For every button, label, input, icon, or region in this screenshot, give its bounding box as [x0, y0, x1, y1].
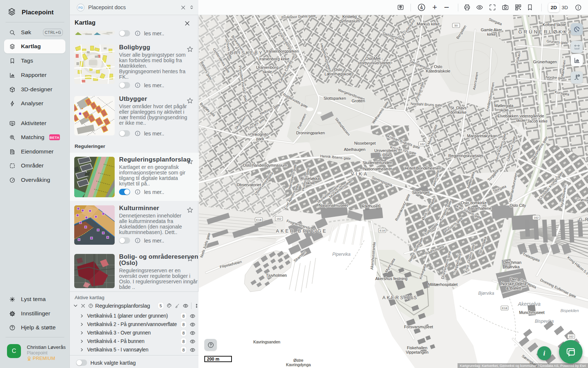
svg-text:Hotell Bondeheimen: Hotell Bondeheimen [405, 166, 441, 170]
svg-text:Kavringsanden: Kavringsanden [253, 340, 280, 344]
svg-text:Jacob kirke: Jacob kirke [527, 119, 548, 123]
svg-text:Oslo City: Oslo City [510, 203, 526, 208]
svg-text:FiskehallenVippetangen: FiskehallenVippetangen [406, 346, 429, 354]
svg-text:Bispevika: Bispevika [535, 319, 554, 324]
svg-text:Stortinget: Stortinget [412, 190, 429, 195]
svg-text:Margaretakyrkan: Margaretakyrkan [467, 134, 498, 138]
svg-text:Bispekilen: Bispekilen [560, 308, 579, 313]
svg-text:VIKA: VIKA [351, 171, 369, 177]
svg-text:Oslo handelsgymnasium: Oslo handelsgymnasium [243, 163, 287, 167]
svg-text:GRÜNERLØKKA: GRÜNERLØKKA [518, 29, 573, 35]
svg-text:E18: E18 [256, 218, 262, 222]
svg-text:Bjørvika: Bjørvika [478, 291, 494, 296]
svg-text:N: N [420, 6, 423, 10]
svg-text:Studenterlunden: Studenterlunden [363, 160, 392, 165]
svg-text:Markus kirke: Markus kirke [417, 22, 440, 26]
svg-text:Kofoed skole: Kofoed skole [542, 22, 566, 27]
svg-text:Munchmuseet: Munchmuseet [519, 310, 544, 315]
svg-text:Uranienborgparken: Uranienborgparken [264, 49, 299, 53]
svg-text:Akershus festning: Akershus festning [375, 276, 407, 281]
svg-text:Oslo domkirke: Oslo domkirke [461, 201, 487, 205]
svg-text:Basarhallene: Basarhallene [468, 206, 491, 210]
svg-text:Forsvarsmuseet: Forsvarsmuseet [404, 325, 433, 329]
svg-text:Uranienborg kirke: Uranienborg kirke [258, 57, 290, 61]
svg-text:Rådhuset: Rådhuset [362, 204, 379, 208]
svg-text:50: 50 [455, 24, 458, 27]
svg-text:AKERSHUS: AKERSHUS [383, 295, 418, 300]
svg-text:DeichmanBjørvika: DeichmanBjørvika [503, 260, 521, 269]
svg-text:Nasjonalmuseet: Nasjonalmuseet [319, 203, 348, 208]
svg-text:162: 162 [420, 142, 425, 146]
svg-text:Tjuvholmen: Tjuvholmen [266, 273, 287, 277]
svg-text:162: 162 [569, 335, 574, 338]
svg-text:Regjeringskvartalet: Regjeringskvartalet [448, 153, 483, 158]
svg-text:St. Olavsdomkirke: St. Olavsdomkirke [450, 106, 467, 114]
svg-text:Nisseberget: Nisseberget [354, 141, 376, 145]
svg-text:162: 162 [534, 216, 539, 219]
svg-text:Grünerhagen: Grünerhagen [533, 60, 557, 64]
svg-text:E18: E18 [502, 307, 508, 310]
svg-text:Grotten: Grotten [352, 99, 365, 103]
svg-text:Nationaltheatret: Nationaltheatret [363, 167, 392, 171]
svg-text:Dronningparken: Dronningparken [296, 131, 325, 135]
svg-text:Observatoriet: Observatoriet [237, 183, 261, 187]
svg-text:Akerselva: Akerselva [517, 301, 541, 307]
svg-text:Militærhospitalet: Militærhospitalet [428, 282, 458, 287]
svg-text:AKER BRYGGE: AKER BRYGGE [276, 229, 327, 234]
svg-text:E18: E18 [380, 229, 385, 232]
svg-text:G R: G R [579, 217, 588, 222]
svg-text:162: 162 [276, 217, 282, 220]
svg-text:Pipervika: Pipervika [332, 252, 351, 257]
svg-text:BRISKEBY: BRISKEBY [230, 50, 263, 56]
svg-text:Slottsparken: Slottsparken [323, 96, 346, 100]
svg-text:Abelhaugen: Abelhaugen [344, 147, 366, 152]
